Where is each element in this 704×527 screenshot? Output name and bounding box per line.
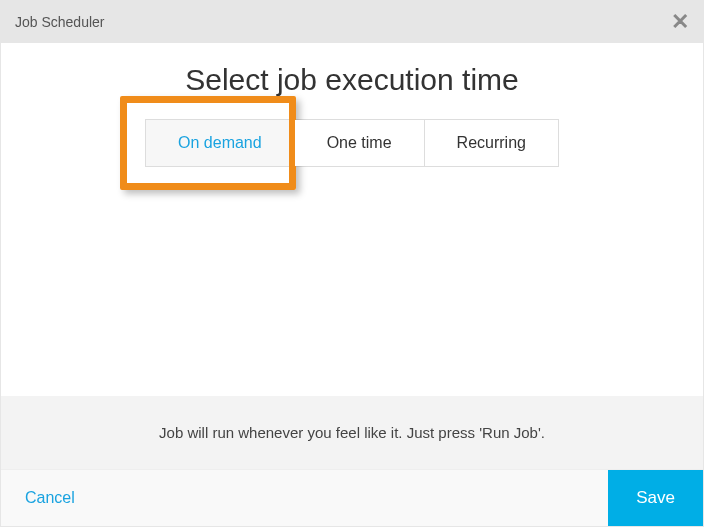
- execution-time-tabs: On demand One time Recurring: [145, 119, 559, 167]
- modal-footer: Cancel Save: [1, 469, 703, 526]
- save-button[interactable]: Save: [608, 470, 703, 526]
- job-scheduler-modal: Job Scheduler ✕ Select job execution tim…: [0, 0, 704, 527]
- tab-one-time[interactable]: One time: [295, 120, 425, 166]
- tab-recurring[interactable]: Recurring: [425, 120, 558, 166]
- tab-label: One time: [327, 134, 392, 151]
- modal-body: Select job execution time On demand One …: [1, 43, 703, 469]
- tab-label: Recurring: [457, 134, 526, 151]
- close-icon[interactable]: ✕: [671, 11, 689, 33]
- info-message: Job will run whenever you feel like it. …: [1, 396, 703, 469]
- tab-label: On demand: [178, 134, 262, 151]
- modal-title: Job Scheduler: [15, 14, 105, 30]
- spacer: [1, 167, 703, 396]
- page-heading: Select job execution time: [1, 63, 703, 97]
- tab-on-demand[interactable]: On demand: [146, 120, 295, 166]
- cancel-button[interactable]: Cancel: [1, 470, 99, 526]
- modal-header: Job Scheduler ✕: [1, 1, 703, 43]
